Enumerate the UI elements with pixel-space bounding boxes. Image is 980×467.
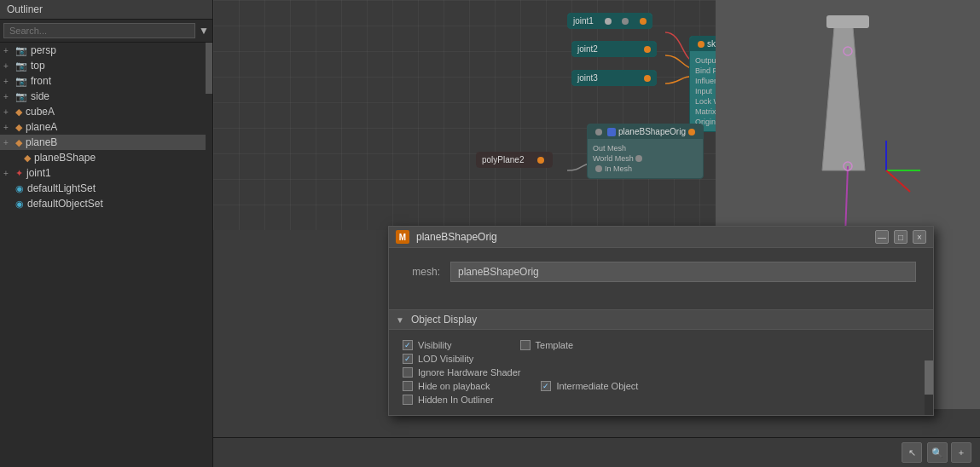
port-skinnerCluster3-in [698,41,705,48]
label-hidden-outliner: Hidden In Outliner [418,395,494,405]
dialog-maximize-button[interactable]: □ [894,230,908,244]
zoom-in-button[interactable]: 🔍 [927,442,948,463]
label-visibility: Visibility [418,340,452,350]
checkbox-ignore-hw-shader[interactable] [403,367,413,378]
prop-row-hidden-outliner: Hidden In Outliner [403,395,919,405]
label-lod-visibility: LOD Visibility [418,354,473,364]
section-header-object-display[interactable]: ▼ Object Display [389,309,933,330]
search-dropdown-icon[interactable]: ▼ [199,25,209,37]
checkbox-intermediate-object[interactable]: ✓ [541,381,551,391]
dialog-titlebar: M planeBShapeOrig — □ × [389,227,933,248]
node-joint2[interactable]: joint2 [571,41,657,57]
node-joint3[interactable]: joint3 [571,70,657,86]
node-joint2-dot [644,46,651,53]
node-planeBShapeOrig-label: planeBShapeOrig [618,127,686,136]
row-world-mesh: World Mesh [593,154,698,163]
dialog-controls: — □ × [875,230,926,244]
node-planeBShapeOrig-header: planeBShapeOrig [588,124,703,139]
sidebar-item-front[interactable]: + 📷 front [0,73,212,89]
outliner-scrollbar[interactable] [206,43,212,467]
props-scrollbar-thumb[interactable] [925,360,933,395]
label-intermediate-object: Intermediate Object [556,381,638,391]
sidebar-item-planeB[interactable]: + ◆ planeB [0,135,212,150]
select-tool-button[interactable]: ↖ [902,442,922,463]
props-scrollbar[interactable] [925,360,933,415]
checkbox-hidden-outliner[interactable] [403,395,413,405]
section-collapse-arrow[interactable]: ▼ [396,315,404,325]
dialog-close-button[interactable]: × [913,230,926,244]
row-out-mesh: Out Mesh [593,144,698,153]
camera-icon-front: 📷 [15,76,27,87]
outliner-content: + 📷 persp + 📷 top + 📷 front + 📷 side + ◆… [0,43,212,467]
node-joint3-header: joint3 [572,71,656,85]
prop-row-hide-playback: Hide on playback ✓ Intermediate Object [403,381,919,391]
label-planeB: planeB [26,136,57,148]
label-persp: persp [31,44,56,56]
label-front: front [31,75,51,87]
port-planeBShapeOrig-in [595,129,602,135]
bottom-toolbar: ↖ 🔍 + [213,437,980,467]
expand-icon-planeA: + [3,123,15,132]
node-planeBShapeOrig-body: Out Mesh World Mesh In Mesh [588,139,703,178]
sidebar-item-side[interactable]: + 📷 side [0,89,212,104]
expand-icon-side: + [3,92,15,101]
camera-icon-top: 📷 [15,61,27,72]
expand-icon-persp: + [3,46,15,55]
dialog-body: mesh: [389,248,933,309]
node-polyPlane2-header: polyPlane2 [477,153,552,167]
port-in-mesh-orig [595,165,602,172]
sidebar-item-planeA[interactable]: + ◆ planeA [0,119,212,135]
mesh-icon-planeBShape: ◆ [24,153,31,164]
label-joint1: joint1 [26,167,51,179]
outliner-title: Outliner [0,0,212,20]
joint-icon-joint1: ✦ [15,168,23,179]
label-world-mesh: World Mesh [593,154,634,163]
camera-icon-side: 📷 [15,91,27,102]
outliner-search-bar: ▼ [0,20,212,43]
label-input: Input [695,87,712,95]
shape-icon-planeA: ◆ [15,122,22,133]
props-body: ✓ Visibility Template ✓ LOD Visibility I… [389,330,933,415]
outliner-scrollbar-thumb[interactable] [206,43,212,94]
label-top: top [31,60,45,72]
sidebar-item-defaultObjectSet[interactable]: ◉ defaultObjectSet [0,196,212,211]
label-out-mesh: Out Mesh [593,144,626,153]
shape-icon-planeB: ◆ [15,137,22,148]
checkbox-visibility[interactable]: ✓ [403,340,413,350]
shape-icon-cubeA: ◆ [15,107,22,118]
prop-row-lod-visibility: ✓ LOD Visibility [403,354,919,364]
expand-icon-planeB: + [3,138,15,147]
checkbox-hide-playback[interactable] [403,381,413,391]
sidebar-item-joint1[interactable]: + ✦ joint1 [0,165,212,181]
prop-row-visibility: ✓ Visibility Template [403,340,919,350]
expand-icon-top: + [3,61,15,71]
label-defaultLightSet: defaultLightSet [27,182,96,194]
node-joint1-dot [605,18,612,25]
node-polyPlane2[interactable]: polyPlane2 [476,152,553,168]
sidebar-item-persp[interactable]: + 📷 persp [0,43,212,58]
node-planeBShapeOrig[interactable]: planeBShapeOrig Out Mesh World Mesh In M… [587,124,704,179]
camera-icon-persp: 📷 [15,45,27,56]
mesh-label: mesh: [406,266,440,278]
dialog-minimize-button[interactable]: — [875,230,889,244]
sidebar-item-top[interactable]: + 📷 top [0,58,212,73]
node-joint2-header: joint2 [572,42,656,56]
node-joint3-dot [644,75,651,82]
checkbox-template[interactable] [520,340,531,350]
sidebar-item-defaultLightSet[interactable]: ◉ defaultLightSet [0,181,212,196]
expand-icon-joint1: + [3,169,15,178]
mesh-value-input[interactable] [450,262,916,282]
zoom-out-button[interactable]: + [951,442,971,463]
sidebar-item-planeBShape[interactable]: ◆ planeBShape [0,150,212,165]
label-planeA: planeA [26,121,57,133]
dialog-title-icon: M [396,230,409,244]
node-joint2-label: joint2 [577,44,598,54]
search-input[interactable] [3,23,195,38]
node-joint1-header: joint1 [568,14,652,28]
dialog-title-text: planeBShapeOrig [416,231,875,243]
node-joint1[interactable]: joint1 [567,13,652,29]
sidebar-item-cubeA[interactable]: + ◆ cubeA [0,104,212,119]
checkbox-lod-visibility[interactable]: ✓ [403,354,413,364]
label-matrix: Matrix [695,107,716,116]
node-polyPlane2-label: polyPlane2 [482,155,524,164]
